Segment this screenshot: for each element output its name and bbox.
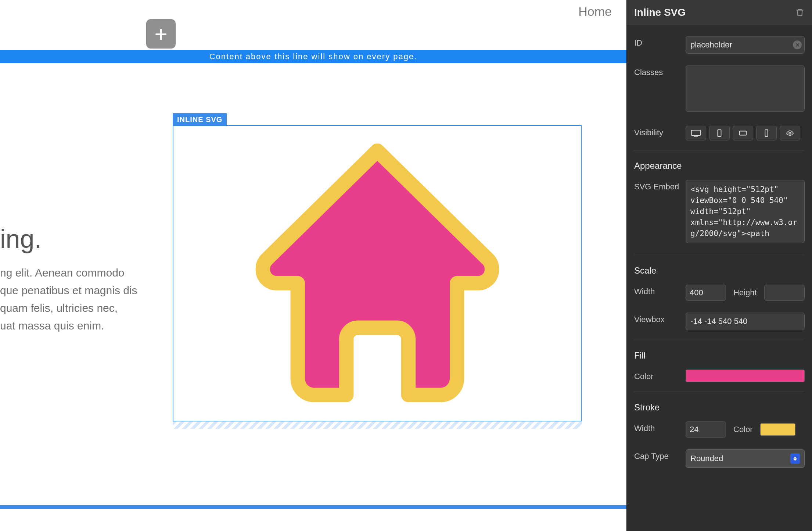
row-visibility: Visibility	[634, 120, 805, 146]
stroke-color-swatch[interactable]	[760, 423, 795, 436]
section-stroke: Stroke	[634, 392, 805, 416]
svg-point-5	[789, 132, 791, 134]
row-scale-dims: Width Height	[634, 279, 805, 307]
input-classes[interactable]	[686, 65, 805, 112]
inspector-header: Inline SVG	[627, 0, 812, 25]
input-scale-height[interactable]	[764, 285, 805, 301]
select-cap-type-value: Rounded	[690, 454, 723, 463]
delete-element-button[interactable]	[795, 8, 805, 17]
row-cap-type: Cap Type Rounded	[634, 443, 805, 474]
page-footer-divider	[0, 505, 626, 509]
row-stroke-width-color: Width Color	[634, 416, 805, 443]
visibility-preview-button[interactable]	[780, 126, 800, 140]
label-id: ID	[634, 36, 686, 48]
label-visibility: Visibility	[634, 126, 686, 138]
visibility-tablet-landscape-button[interactable]	[733, 126, 753, 140]
nav-link-home[interactable]: Home	[578, 4, 612, 19]
inspector-title: Inline SVG	[634, 7, 686, 18]
label-classes: Classes	[634, 65, 686, 77]
section-appearance: Appearance	[634, 150, 805, 174]
input-viewbox[interactable]	[686, 313, 805, 330]
input-stroke-width[interactable]	[686, 421, 726, 438]
svg-rect-0	[691, 130, 701, 135]
label-fill-color: Color	[634, 370, 686, 381]
select-arrows-icon	[790, 453, 800, 464]
svg-rect-3	[740, 131, 746, 135]
row-id: ID ✕	[634, 30, 805, 60]
page-heading-fragment: ing.	[0, 224, 42, 254]
visibility-phone-button[interactable]	[756, 126, 777, 140]
add-block-button[interactable]: +	[146, 19, 176, 49]
input-svg-embed[interactable]: <svg height="512pt" viewBox="0 0 540 540…	[686, 180, 805, 243]
label-viewbox: Viewbox	[634, 313, 686, 324]
fill-color-swatch[interactable]	[686, 370, 805, 382]
input-id[interactable]	[686, 36, 805, 54]
label-scale-height: Height	[733, 288, 757, 297]
plus-icon: +	[154, 21, 167, 47]
svg-rect-2	[718, 130, 721, 136]
input-scale-width[interactable]	[686, 285, 726, 301]
page-body-fragment: ng elit. Aenean commodo que penatibus et…	[0, 264, 137, 335]
row-svg-embed: SVG Embed <svg height="512pt" viewBox="0…	[634, 174, 805, 251]
row-fill-color: Color	[634, 364, 805, 388]
selected-element-frame[interactable]: INLINE SVG	[173, 125, 582, 421]
select-cap-type[interactable]: Rounded	[686, 449, 805, 468]
label-cap-type: Cap Type	[634, 449, 686, 461]
label-svg-embed: SVG Embed	[634, 180, 686, 192]
clear-id-button[interactable]: ✕	[793, 40, 802, 49]
selection-type-tag: INLINE SVG	[173, 113, 227, 126]
row-classes: Classes	[634, 60, 805, 120]
inspector-panel: Inline SVG ID ✕ Classes Visibility	[626, 0, 812, 531]
label-stroke-width: Width	[634, 421, 686, 433]
label-scale-width: Width	[634, 285, 686, 296]
section-scale: Scale	[634, 255, 805, 279]
inline-svg-preview[interactable]	[238, 126, 517, 420]
canvas-area: Home + Content above this line will show…	[0, 0, 626, 531]
template-divider-bar: Content above this line will show on eve…	[0, 50, 626, 63]
row-viewbox: Viewbox	[634, 307, 805, 336]
label-stroke-color: Color	[733, 425, 753, 434]
visibility-desktop-button[interactable]	[686, 126, 706, 140]
visibility-tablet-portrait-button[interactable]	[709, 126, 730, 140]
section-fill: Fill	[634, 340, 805, 364]
svg-rect-4	[765, 130, 768, 136]
